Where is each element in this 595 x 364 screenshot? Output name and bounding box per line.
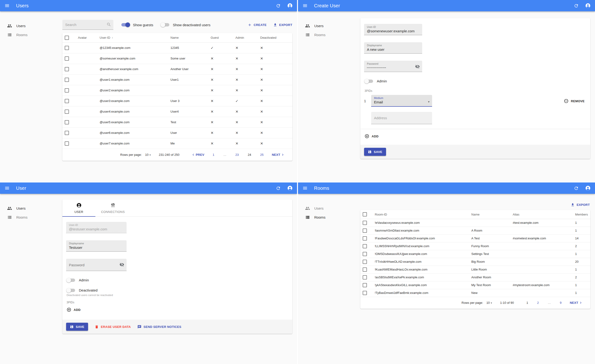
- admin-toggle[interactable]: Admin: [365, 79, 587, 83]
- row-checkbox[interactable]: [363, 244, 367, 248]
- table-row[interactable]: !lasmnwASmDllasi:example.comA Room1: [360, 227, 590, 234]
- row-checkbox[interactable]: [363, 283, 367, 287]
- table-row[interactable]: @user3:example.comUser 3✕✓✕: [62, 96, 292, 106]
- sidebar-item-users[interactable]: Users: [298, 204, 354, 213]
- table-row[interactable]: !OMSDsdweassIlUUjjwe:example.comSettings…: [360, 250, 590, 258]
- row-checkbox[interactable]: [363, 260, 367, 264]
- col-room-id[interactable]: Room-ID: [372, 210, 469, 219]
- row-checkbox[interactable]: [363, 229, 367, 233]
- toggle-off[interactable]: [67, 289, 75, 292]
- deactivated-toggle[interactable]: Deactivated: [67, 288, 289, 292]
- prev-button[interactable]: PREV: [191, 153, 205, 157]
- medium-select[interactable]: Medium Email ▾: [371, 95, 432, 107]
- row-checkbox[interactable]: [65, 99, 69, 103]
- add-threepid-button[interactable]: ADD: [365, 134, 378, 139]
- table-row[interactable]: !asSBSlsdWEvaXwPk:example.comAnother Roo…: [360, 273, 590, 281]
- save-button[interactable]: SAVE: [66, 323, 88, 331]
- row-checkbox[interactable]: [65, 78, 69, 82]
- table-row[interactable]: @12345:example.com12345✓✕✕: [62, 42, 292, 53]
- row-checkbox[interactable]: [65, 46, 69, 50]
- tab-user[interactable]: USER: [62, 199, 95, 217]
- select-all-checkbox[interactable]: [363, 212, 367, 217]
- table-row[interactable]: @user5:example.comTest✕✕✕: [62, 117, 292, 127]
- admin-toggle[interactable]: Admin: [67, 278, 289, 282]
- hamburger-menu-icon[interactable]: [4, 3, 10, 8]
- toggle-off[interactable]: [67, 279, 75, 282]
- page-link[interactable]: 23: [235, 153, 239, 156]
- row-checkbox[interactable]: [65, 110, 69, 114]
- refresh-icon[interactable]: [573, 185, 579, 191]
- hamburger-menu-icon[interactable]: [302, 3, 308, 8]
- toggle-off[interactable]: [365, 80, 373, 83]
- table-row[interactable]: @user6:example.comUser✕✕✕: [62, 127, 292, 138]
- table-row[interactable]: !KuasNWEMasdHasLOs:example.comLittle Roo…: [360, 266, 590, 273]
- displayname-field[interactable]: Displayname Testuser: [66, 240, 127, 252]
- table-row[interactable]: !TTnIslkHHweOLAD:example.comBig Room20: [360, 258, 590, 266]
- table-row[interactable]: @someuser:example.comSome user✕✕✕: [62, 53, 292, 64]
- profile-icon[interactable]: [287, 185, 293, 191]
- refresh-icon[interactable]: [275, 185, 281, 191]
- table-row[interactable]: !TyBasDmweIJdfFaeBmk:example.comNew1: [360, 289, 590, 297]
- table-row[interactable]: @user4:example.comUser4✕✕✕: [62, 106, 292, 117]
- sidebar-item-rooms[interactable]: Rooms: [298, 30, 354, 39]
- export-button[interactable]: EXPORT: [273, 23, 292, 27]
- sidebar-item-users[interactable]: Users: [0, 21, 56, 30]
- remove-button[interactable]: REMOVE: [564, 95, 587, 103]
- password-input[interactable]: [69, 262, 115, 268]
- sidebar-item-users[interactable]: Users: [0, 204, 56, 213]
- row-checkbox[interactable]: [363, 267, 367, 272]
- row-checkbox[interactable]: [65, 88, 69, 92]
- visibility-off-icon[interactable]: [120, 262, 124, 267]
- row-checkbox[interactable]: [363, 291, 367, 295]
- sidebar-item-rooms[interactable]: Rooms: [0, 213, 56, 222]
- show-deactivated-toggle[interactable]: Show deactivated users: [161, 23, 210, 27]
- table-row[interactable]: @user1:example.comUser1✕✕✕: [62, 74, 292, 85]
- row-checkbox[interactable]: [65, 141, 69, 146]
- sidebar-item-rooms[interactable]: Rooms: [298, 213, 354, 222]
- page-link[interactable]: 9: [560, 301, 561, 305]
- password-field[interactable]: Password ••••••••••••••••: [364, 61, 422, 72]
- displayname-field[interactable]: Displayname A new user: [364, 42, 422, 54]
- select-all-checkbox[interactable]: [65, 36, 69, 40]
- rows-per-page-select[interactable]: 10▾: [486, 301, 492, 305]
- user-id-field[interactable]: User-ID @somenewuser:example.com: [364, 24, 422, 35]
- address-input[interactable]: [371, 116, 432, 120]
- table-row[interactable]: !eVasdacvxysewus:example.com#test:exampl…: [360, 219, 590, 227]
- next-button[interactable]: NEXT: [272, 153, 285, 157]
- rows-per-page-select[interactable]: 10▾: [145, 153, 151, 156]
- search-input[interactable]: [62, 20, 113, 29]
- table-row[interactable]: !FasdweDssccaGLdsFRddsOl:example.comA Te…: [360, 234, 590, 242]
- row-checkbox[interactable]: [65, 67, 69, 71]
- row-checkbox[interactable]: [65, 131, 69, 135]
- tab-connections[interactable]: CONNECTIONS: [95, 199, 130, 217]
- table-row[interactable]: @user7:example.comMe✕✕✕: [62, 138, 292, 149]
- table-row[interactable]: @anotheruser:example.comAnother User✕✕✕: [62, 64, 292, 74]
- row-checkbox[interactable]: [65, 56, 69, 61]
- page-link[interactable]: 2: [537, 301, 539, 305]
- sidebar-item-users[interactable]: Users: [298, 21, 354, 30]
- hamburger-menu-icon[interactable]: [302, 185, 308, 191]
- hamburger-menu-icon[interactable]: [4, 185, 10, 191]
- next-button[interactable]: NEXT: [570, 301, 583, 305]
- add-threepid-button[interactable]: ADD: [67, 307, 80, 312]
- row-checkbox[interactable]: [363, 252, 367, 256]
- row-checkbox[interactable]: [363, 221, 367, 225]
- page-link[interactable]: 1: [212, 153, 214, 156]
- refresh-icon[interactable]: [275, 3, 281, 8]
- show-guests-toggle[interactable]: Show guests: [121, 23, 153, 27]
- table-row[interactable]: !ykAStwxasdwsKkxGlLL:example.comMy Test …: [360, 281, 590, 289]
- toggle-on[interactable]: [121, 23, 129, 27]
- profile-icon[interactable]: [585, 3, 591, 8]
- row-checkbox[interactable]: [363, 275, 367, 280]
- create-button[interactable]: CREATE: [248, 23, 267, 27]
- send-server-notices-button[interactable]: SEND SERVER NOTICES: [137, 325, 181, 329]
- visibility-off-icon[interactable]: [415, 64, 420, 69]
- table-row[interactable]: @user2:example.com✕✕✕: [62, 85, 292, 96]
- save-button[interactable]: SAVE: [364, 148, 386, 156]
- erase-user-data-button[interactable]: ERASE USER DATA: [95, 325, 131, 329]
- col-user-id[interactable]: User-ID↑: [97, 33, 168, 42]
- refresh-icon[interactable]: [573, 3, 579, 8]
- profile-icon[interactable]: [287, 3, 293, 8]
- row-checkbox[interactable]: [65, 120, 69, 124]
- toggle-off[interactable]: [161, 23, 169, 27]
